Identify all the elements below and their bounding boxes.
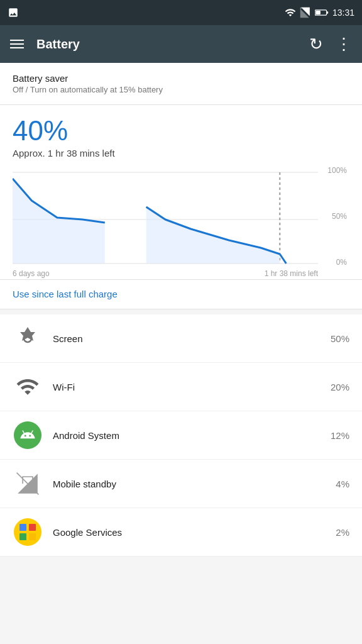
svg-rect-11 xyxy=(19,524,26,531)
svg-rect-1 xyxy=(327,11,329,13)
wifi-usage-icon xyxy=(13,372,43,402)
wifi-status-icon xyxy=(285,7,296,18)
svg-rect-13 xyxy=(19,533,26,540)
chart-svg xyxy=(13,166,318,267)
usage-item-wifi[interactable]: Wi-Fi 20% xyxy=(0,363,362,411)
refresh-button[interactable]: ↻ xyxy=(309,35,323,54)
android-icon xyxy=(13,420,43,450)
mobile-name: Mobile standby xyxy=(53,479,336,489)
chart-y-label-50: 50% xyxy=(332,212,347,221)
chart-x-label-left: 6 days ago xyxy=(13,269,50,278)
chart-x-label-right: 1 hr 38 mins left xyxy=(265,269,318,278)
usage-item-screen[interactable]: Screen 50% xyxy=(0,314,362,363)
battery-saver-title: Battery saver xyxy=(13,73,349,84)
status-bar: 13:31 xyxy=(0,0,362,25)
more-options-button[interactable]: ⋮ xyxy=(336,35,352,54)
google-icon xyxy=(13,517,43,547)
battery-percent: 40% xyxy=(13,115,349,147)
usage-item-android[interactable]: Android System 12% xyxy=(0,411,362,460)
screen-percent: 50% xyxy=(331,333,349,344)
chart-y-label-0: 0% xyxy=(336,258,347,267)
battery-time-left: Approx. 1 hr 38 mins left xyxy=(13,148,349,158)
usage-item-mobile[interactable]: Mobile standby 4% xyxy=(0,460,362,508)
chart-y-labels: 100% 50% 0% xyxy=(319,166,349,267)
chart-y-label-100: 100% xyxy=(327,166,347,175)
signal-icon xyxy=(300,7,311,18)
svg-rect-12 xyxy=(29,524,36,531)
wifi-percent: 20% xyxy=(331,382,349,392)
screen-name: Screen xyxy=(53,333,331,344)
svg-rect-14 xyxy=(29,533,36,540)
battery-status-icon xyxy=(315,8,329,17)
battery-saver-section[interactable]: Battery saver Off / Turn on automaticall… xyxy=(0,63,362,105)
mobile-icon xyxy=(13,469,43,499)
android-percent: 12% xyxy=(331,430,349,441)
battery-percent-section: 40% Approx. 1 hr 38 mins left xyxy=(0,105,362,280)
toolbar: Battery ↻ ⋮ xyxy=(0,25,362,63)
status-time: 13:31 xyxy=(332,8,354,18)
use-since-section[interactable]: Use since last full charge xyxy=(0,280,362,309)
main-content: Battery saver Off / Turn on automaticall… xyxy=(0,63,362,557)
android-name: Android System xyxy=(53,430,331,441)
menu-button[interactable] xyxy=(10,40,24,48)
usage-item-google[interactable]: Google Services 2% xyxy=(0,508,362,557)
photo-icon xyxy=(8,7,19,18)
status-bar-left xyxy=(8,7,19,18)
screen-icon xyxy=(13,323,43,353)
usage-list: Screen 50% Wi-Fi 20% Android Syste xyxy=(0,314,362,557)
battery-chart: 100% 50% 0% 6 days ago 1 hr 38 mins left xyxy=(13,166,349,279)
google-name: Google Services xyxy=(53,527,336,538)
use-since-label[interactable]: Use since last full charge xyxy=(13,289,118,299)
svg-rect-2 xyxy=(315,11,321,14)
wifi-name: Wi-Fi xyxy=(53,382,331,392)
chart-x-labels: 6 days ago 1 hr 38 mins left xyxy=(13,267,349,283)
mobile-percent: 4% xyxy=(336,479,349,489)
battery-saver-subtitle: Off / Turn on automatically at 15% batte… xyxy=(13,85,349,94)
status-bar-right: 13:31 xyxy=(285,7,354,18)
toolbar-title: Battery xyxy=(36,37,297,52)
google-percent: 2% xyxy=(336,527,349,538)
